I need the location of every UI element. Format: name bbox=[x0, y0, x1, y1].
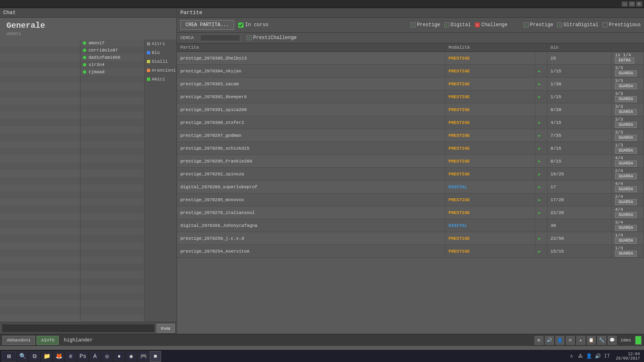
taskbar-app4[interactable]: 🎮 bbox=[138, 351, 149, 362]
game-score: 3/3 bbox=[615, 117, 623, 122]
guarda-button[interactable]: GUARDA bbox=[615, 173, 637, 179]
tray-lang[interactable]: IT bbox=[603, 352, 611, 360]
table-row[interactable]: prestige_2970303_sacamPRESTIGE▶1/303/3GU… bbox=[177, 78, 644, 90]
game-score: 3/3 bbox=[615, 130, 623, 135]
taskbar-folder[interactable]: 📁 bbox=[41, 351, 52, 362]
guarda-button[interactable]: GUARDA bbox=[615, 251, 637, 257]
start-button[interactable]: ⊞ bbox=[2, 351, 16, 362]
maximize-button[interactable]: □ bbox=[629, 1, 635, 7]
game-mode: PRESTIGE bbox=[445, 206, 535, 219]
chat-input[interactable] bbox=[2, 324, 155, 333]
icon-7[interactable]: 🔧 bbox=[597, 336, 606, 345]
groups-panel: AltriBluGialliArancioniAmici bbox=[144, 39, 176, 322]
guarda-button[interactable]: GUARDA bbox=[615, 199, 637, 205]
game-score: 3/3 bbox=[615, 104, 623, 109]
user-name: slr3n4 bbox=[89, 62, 105, 67]
guarda-button[interactable]: GUARDA bbox=[615, 96, 637, 102]
game-action-cell: 3/3GUARDA bbox=[612, 103, 644, 116]
taskbar-photoshop[interactable]: Ps bbox=[77, 351, 89, 362]
taskbar-app3[interactable]: ◉ bbox=[126, 351, 137, 362]
icon-1[interactable]: ⊞ bbox=[535, 336, 543, 345]
user-item[interactable]: amon17 bbox=[80, 39, 144, 47]
guarda-button[interactable]: GUARDA bbox=[615, 83, 637, 89]
game-score: 3/3 bbox=[615, 91, 623, 96]
game-name: prestige_2970301_spica209 bbox=[177, 103, 445, 116]
close-button[interactable]: ✕ bbox=[636, 1, 642, 7]
table-row[interactable]: digital_2970288_superlukeprofDIGITAL▶174… bbox=[177, 181, 644, 193]
group-item[interactable]: Gialli bbox=[144, 57, 176, 66]
taskbar-browser2[interactable]: ◎ bbox=[101, 351, 113, 362]
guarda-button[interactable]: GUARDA bbox=[615, 148, 637, 154]
guarda-button[interactable]: GUARDA bbox=[615, 225, 637, 231]
table-row[interactable]: prestige_2970305_Shelby13PRESTIGE151s 1/… bbox=[177, 52, 644, 65]
minimize-button[interactable]: _ bbox=[621, 1, 628, 7]
table-row[interactable]: prestige_2970278_italiansoulPRESTIGE▶22/… bbox=[177, 206, 644, 219]
table-row[interactable]: prestige_2970304_nkyjanPRESTIGE▶1/153/3G… bbox=[177, 65, 644, 78]
group-item[interactable]: Amici bbox=[144, 75, 176, 84]
icon-3[interactable]: 👤 bbox=[555, 336, 564, 345]
taskbar-active-game[interactable]: ■ bbox=[150, 351, 161, 362]
group-dot bbox=[147, 60, 150, 63]
game-mode: PRESTIGE bbox=[445, 168, 535, 181]
send-button[interactable]: Invia bbox=[157, 324, 175, 333]
user-item[interactable]: tjmaad bbox=[80, 68, 144, 76]
abbandona-button[interactable]: Abbandoni bbox=[2, 336, 35, 345]
entra-button[interactable]: ENTRA bbox=[615, 58, 634, 64]
user-item[interactable]: slr3n4 bbox=[80, 61, 144, 68]
tray-volume[interactable]: 🔊 bbox=[594, 352, 602, 360]
guarda-button[interactable]: GUARDA bbox=[615, 186, 637, 192]
tray-network[interactable]: 🖧 bbox=[576, 352, 584, 360]
group-name: Amici bbox=[152, 77, 165, 82]
taskbar-ie[interactable]: e bbox=[65, 351, 76, 362]
table-row[interactable]: prestige_2970302_6keeper6PRESTIGE▶1/153/… bbox=[177, 90, 644, 103]
guarda-button[interactable]: GUARDA bbox=[615, 160, 637, 167]
user-item[interactable]: dadinfami666 bbox=[80, 54, 144, 61]
cerca-input[interactable] bbox=[200, 34, 240, 41]
table-row[interactable]: prestige_2970300_stofer2PRESTIGE▶4/153/3… bbox=[177, 116, 644, 129]
table-row[interactable]: prestige_2970259_j.c.v.dPRESTIGE▶22/501/… bbox=[177, 232, 644, 245]
table-row[interactable]: prestige_2970285_monovoxPRESTIGE▶17/202/… bbox=[177, 193, 644, 206]
table-row[interactable]: prestige_2970301_spica209PRESTIGE0/203/3… bbox=[177, 103, 644, 116]
icon-4[interactable]: ⚙ bbox=[566, 336, 575, 345]
game-mode: PRESTIGE bbox=[445, 232, 535, 245]
guarda-button[interactable]: GUARDA bbox=[615, 238, 637, 244]
icon-5[interactable]: ★ bbox=[576, 336, 585, 345]
aiuto-button[interactable]: AIUTO bbox=[37, 336, 59, 345]
group-name: Altri bbox=[152, 41, 165, 46]
guarda-button[interactable]: GUARDA bbox=[615, 135, 637, 141]
tray-up-arrow[interactable]: ∧ bbox=[568, 352, 576, 360]
group-item[interactable]: Altri bbox=[144, 39, 176, 48]
game-action-cell: 3/3GUARDA bbox=[612, 78, 644, 90]
table-row[interactable]: prestige_2970296_schiskd15PRESTIGE▶8/151… bbox=[177, 142, 644, 155]
guarda-button[interactable]: GUARDA bbox=[615, 70, 637, 76]
taskbar-app2[interactable]: ♦ bbox=[114, 351, 125, 362]
user-item[interactable]: corridolo07 bbox=[80, 47, 144, 54]
group-item[interactable]: Blu bbox=[144, 48, 176, 57]
table-row[interactable]: prestige_2970254_AservitoAPRESTIGE▶15/15… bbox=[177, 245, 644, 258]
guarda-button[interactable]: GUARDA bbox=[615, 122, 637, 128]
game-mode: PRESTIGE bbox=[445, 90, 535, 103]
game-name: digital_2970266_Johnnycafagna bbox=[177, 219, 445, 232]
guarda-button[interactable]: GUARDA bbox=[615, 212, 637, 218]
table-row[interactable]: prestige_2970295_Frankie289PRESTIGE▶8/15… bbox=[177, 155, 644, 168]
group-item[interactable]: Arancioni bbox=[144, 66, 176, 75]
crea-partita-button[interactable]: CREA PARTITA... bbox=[180, 20, 234, 30]
icon-6[interactable]: 📋 bbox=[587, 336, 596, 345]
challenge-group: Challenge bbox=[475, 22, 508, 28]
taskbar-browser1[interactable]: 🦊 bbox=[53, 351, 64, 362]
guarda-button[interactable]: GUARDA bbox=[615, 109, 637, 115]
taskbar-task[interactable]: ⧉ bbox=[29, 351, 40, 362]
group-dot bbox=[147, 69, 150, 72]
taskbar-search[interactable]: 🔍 bbox=[17, 351, 28, 362]
taskbar-app1[interactable]: A bbox=[89, 351, 101, 362]
game-players: 1/15 bbox=[547, 90, 611, 103]
table-row[interactable]: digital_2970266_JohnnycafagnaDIGITAL303/… bbox=[177, 219, 644, 232]
tray-user[interactable]: 👤 bbox=[585, 352, 593, 360]
in-corso-checkbox[interactable] bbox=[238, 23, 244, 28]
table-row[interactable]: prestige_2970292_spinozaPRESTIGE▶15/252/… bbox=[177, 168, 644, 181]
icon-2[interactable]: 🔊 bbox=[545, 336, 554, 345]
user-list: amon17corridolo07dadinfami666slr3n4tjmaa… bbox=[80, 39, 144, 322]
icon-8[interactable]: 💬 bbox=[608, 336, 617, 345]
chat-title: Chat bbox=[0, 8, 176, 18]
table-row[interactable]: prestige_2970297_godmanPRESTIGE▶7/353/3G… bbox=[177, 129, 644, 142]
